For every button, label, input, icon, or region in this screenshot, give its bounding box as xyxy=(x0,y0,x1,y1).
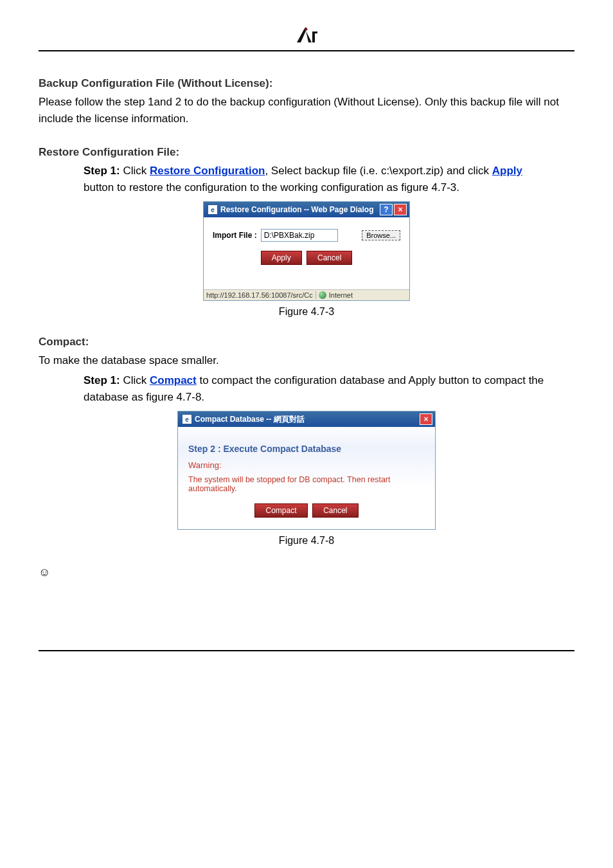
restore-text-a: Click xyxy=(120,165,150,177)
compact-dialog: e Compact Database -- 網頁對話 × Step 2 : Ex… xyxy=(177,411,436,530)
import-file-label: Import File : xyxy=(213,231,257,240)
help-button[interactable]: ? xyxy=(380,204,393,215)
compact-heading: Compact: xyxy=(39,336,574,348)
backup-text: Please follow the step 1and 2 to do the … xyxy=(39,94,574,128)
backup-heading: Backup Configuration File (Without Licen… xyxy=(39,77,574,90)
status-zone: Internet xyxy=(329,291,353,299)
header-rule xyxy=(39,50,574,51)
restore-heading: Restore Configuration File: xyxy=(39,146,574,159)
apply-link[interactable]: Apply xyxy=(492,165,522,177)
step2-title: Step 2 : Execute Compact Database xyxy=(188,444,425,454)
step-label-2: Step 1: xyxy=(84,374,120,386)
close-button[interactable]: × xyxy=(420,413,432,425)
dialog-title: Restore Configuration -- Web Page Dialog xyxy=(220,205,373,214)
figure-caption-2: Figure 4.7-8 xyxy=(39,535,574,547)
restore-link[interactable]: Restore Configuration xyxy=(150,165,265,177)
footer-rule xyxy=(39,650,574,651)
cancel-button[interactable]: Cancel xyxy=(312,503,358,518)
warning-label: Warning: xyxy=(188,460,425,470)
warning-text: The system will be stopped for DB compac… xyxy=(188,475,425,493)
compact-button[interactable]: Compact xyxy=(254,503,307,518)
figure-caption-1: Figure 4.7-3 xyxy=(39,306,574,318)
ie-icon: e xyxy=(208,204,218,215)
compact-link[interactable]: Compact xyxy=(150,374,197,386)
globe-icon xyxy=(319,291,326,299)
restore-dialog: e Restore Configuration -- Web Page Dial… xyxy=(203,201,410,301)
compact-text-a: Click xyxy=(120,374,150,386)
restore-step: Step 1: Click Restore Configuration, Sel… xyxy=(84,163,549,197)
apply-button[interactable]: Apply xyxy=(261,251,302,265)
browse-button[interactable]: Browse... xyxy=(362,230,400,240)
restore-text-b: , Select backup file (i.e. c:\export.zip… xyxy=(265,165,492,177)
close-button[interactable]: × xyxy=(394,204,407,215)
header-logo xyxy=(39,26,574,48)
dialog-titlebar: e Restore Configuration -- Web Page Dial… xyxy=(204,202,409,217)
dialog2-titlebar: e Compact Database -- 網頁對話 × xyxy=(178,411,435,427)
compact-intro: To make the database space smaller. xyxy=(39,352,574,369)
compact-step: Step 1: Click Compact to compact the con… xyxy=(84,372,549,406)
status-url: http://192.168.17.56:10087/src/Cc xyxy=(206,291,313,299)
restore-text-c: button to restore the configuration to t… xyxy=(84,181,459,194)
svg-rect-1 xyxy=(312,32,317,33)
import-file-input[interactable] xyxy=(261,229,338,242)
status-bar: http://192.168.17.56:10087/src/Cc Intern… xyxy=(204,289,409,300)
smiley-icon: ☺ xyxy=(39,566,574,579)
cancel-button[interactable]: Cancel xyxy=(306,251,352,265)
dialog2-title: Compact Database -- 網頁對話 xyxy=(195,414,305,425)
ie-icon: e xyxy=(182,414,192,424)
step-label: Step 1: xyxy=(84,165,120,177)
